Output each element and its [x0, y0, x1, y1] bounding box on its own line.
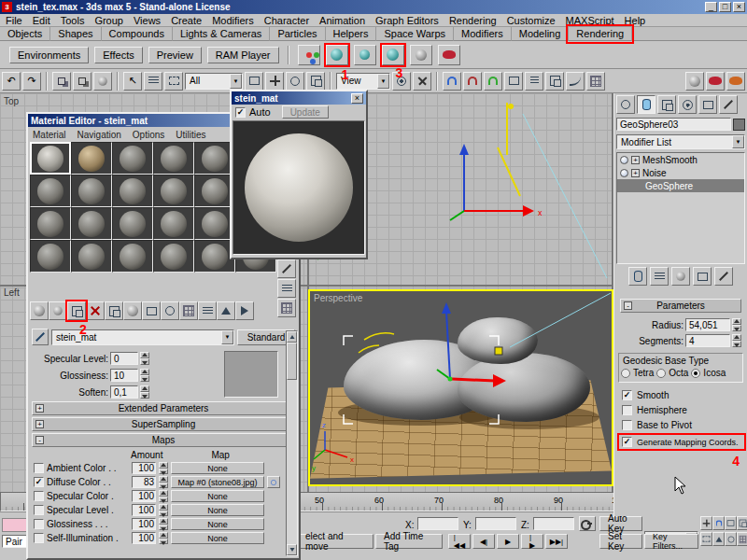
window-crossing-icon[interactable] [245, 72, 263, 91]
zoom-icon[interactable] [712, 516, 725, 530]
auto-update-checkbox[interactable]: ✓ [235, 107, 246, 118]
sample-slot[interactable] [71, 175, 112, 207]
perspective-viewport[interactable]: Perspective x y [308, 289, 613, 486]
tab-modeling[interactable]: Modeling [512, 27, 570, 41]
sample-slot[interactable] [112, 142, 153, 175]
reset-map-icon[interactable] [86, 301, 105, 320]
show-map-in-viewport-icon[interactable] [179, 301, 198, 320]
tab-rendering[interactable]: Rendering [569, 27, 632, 41]
radio-icosa[interactable] [691, 369, 700, 378]
align-icon[interactable] [525, 72, 543, 91]
object-name-field[interactable]: GeoSphere03 [616, 118, 731, 131]
menu-utilities[interactable]: Utilities [176, 130, 205, 140]
parameters-rollout[interactable]: - Parameters [620, 299, 741, 313]
menu-animation[interactable]: Animation [319, 15, 365, 26]
menu-modifiers[interactable]: Modifiers [212, 15, 254, 26]
get-material-icon[interactable] [30, 301, 49, 320]
tab-objects[interactable]: Objects [0, 27, 50, 41]
arc-rotate-icon[interactable] [725, 532, 737, 546]
minimize-button[interactable]: _ [705, 2, 717, 12]
collapse-icon[interactable]: - [624, 301, 632, 310]
go-to-end-button[interactable]: ▶▶| [545, 534, 568, 549]
layer-manager-icon[interactable] [545, 72, 564, 91]
specular-color-amount-field[interactable]: 100 [132, 490, 156, 502]
specular-level-amount-field[interactable]: 100 [132, 504, 156, 516]
scroll-down-arrow[interactable] [287, 544, 297, 555]
menu-views[interactable]: Views [134, 15, 161, 26]
tab-helpers[interactable]: Helpers [326, 27, 377, 41]
self-illumination-amount-spinner[interactable] [159, 532, 168, 544]
magnified-sample-view[interactable] [233, 120, 365, 255]
specular-level-field[interactable]: 0 [110, 352, 138, 365]
preview-button[interactable]: Preview [148, 47, 202, 63]
min-max-toggle-icon[interactable] [737, 532, 747, 546]
x-coordinate-field[interactable] [417, 517, 458, 530]
menu-navigation[interactable]: Navigation [78, 130, 121, 140]
tab-lights-cameras[interactable]: Lights & Cameras [173, 27, 270, 41]
ambient-amount-field[interactable]: 100 [132, 462, 156, 474]
viewport-label-left[interactable]: Left [4, 287, 20, 298]
sample-slot[interactable] [153, 142, 194, 175]
scroll-up-arrow[interactable] [287, 331, 297, 343]
tab-compounds[interactable]: Compounds [102, 27, 173, 41]
radio-tetra[interactable] [621, 369, 630, 378]
put-material-to-scene-icon[interactable] [49, 301, 67, 320]
hierarchy-tab-icon[interactable] [657, 95, 676, 114]
menu-graph-editors[interactable]: Graph Editors [375, 15, 439, 26]
maximize-button[interactable]: □ [719, 2, 731, 12]
go-to-start-button[interactable]: |◀◀ [448, 534, 471, 549]
make-material-copy-icon[interactable] [105, 301, 123, 320]
self-illumination-map-button[interactable]: None [171, 532, 264, 544]
video-post-icon[interactable] [410, 45, 432, 65]
show-map-in-viewport-icon[interactable]: 3 [382, 45, 404, 65]
preview-title-bar[interactable]: stein_mat × [232, 91, 366, 105]
rectangular-selection-region-icon[interactable] [164, 72, 183, 91]
soften-spinner[interactable] [140, 385, 149, 399]
material-editor-scrollbar[interactable] [286, 330, 298, 556]
sample-slot-active[interactable] [30, 142, 71, 175]
sample-slot[interactable] [71, 207, 112, 240]
glossiness-map-checkbox[interactable] [34, 519, 44, 529]
go-forward-to-sibling-icon[interactable] [235, 301, 254, 320]
close-icon[interactable]: × [351, 93, 363, 104]
specular-level-spinner[interactable] [140, 352, 149, 365]
diffuse-map-button[interactable]: Map #0 (stone08.jpg) [171, 476, 264, 488]
sample-slot[interactable] [112, 240, 153, 273]
menu-create[interactable]: Create [171, 15, 202, 26]
material-id-channel-icon[interactable] [161, 301, 179, 320]
ambient-map-checkbox[interactable] [34, 463, 44, 473]
display-tab-icon[interactable] [698, 95, 717, 114]
previous-frame-button[interactable]: ◀| [472, 534, 495, 549]
stack-item-meshsmooth[interactable]: + MeshSmooth [617, 153, 744, 166]
menu-material[interactable]: Material [33, 130, 66, 140]
specular-color-amount-spinner[interactable] [159, 490, 168, 502]
self-illumination-amount-field[interactable]: 100 [132, 532, 156, 544]
sample-slot[interactable] [153, 175, 194, 207]
zoom-all-icon[interactable] [737, 516, 747, 530]
select-by-name-icon[interactable] [144, 72, 162, 91]
assign-material-to-selection-icon[interactable]: 2 [67, 301, 86, 320]
percent-snap-icon[interactable] [484, 72, 502, 91]
modifier-list-dropdown[interactable]: Modifier List ▼ [616, 134, 745, 149]
quick-render-icon[interactable] [726, 72, 745, 91]
status-prompt-button[interactable]: elect and move [297, 534, 374, 549]
supersampling-rollout[interactable]: + SuperSampling [32, 417, 295, 431]
glossiness-amount-field[interactable]: 100 [132, 518, 156, 530]
viewport-label-top[interactable]: Top [4, 96, 19, 106]
environments-button[interactable]: Environments [9, 47, 89, 63]
unlink-selection-icon[interactable] [73, 72, 92, 91]
sample-slot[interactable] [153, 207, 194, 240]
pick-material-from-object-icon[interactable] [32, 329, 49, 345]
motion-tab-icon[interactable] [678, 95, 697, 114]
make-unique-icon[interactable] [123, 301, 142, 320]
zoom-region-icon[interactable] [700, 532, 712, 546]
menu-options[interactable]: Options [133, 130, 164, 140]
create-tab-icon[interactable] [616, 95, 635, 114]
specular-level-map-button[interactable]: None [171, 504, 264, 516]
radius-field[interactable]: 54,051 [685, 318, 730, 331]
glossiness-field[interactable]: 10 [110, 369, 138, 382]
remove-modifier-icon[interactable] [693, 267, 712, 286]
utilities-tab-icon[interactable] [719, 95, 738, 114]
undo-icon[interactable]: ↶ [2, 72, 21, 91]
self-illumination-map-checkbox[interactable] [34, 533, 44, 543]
